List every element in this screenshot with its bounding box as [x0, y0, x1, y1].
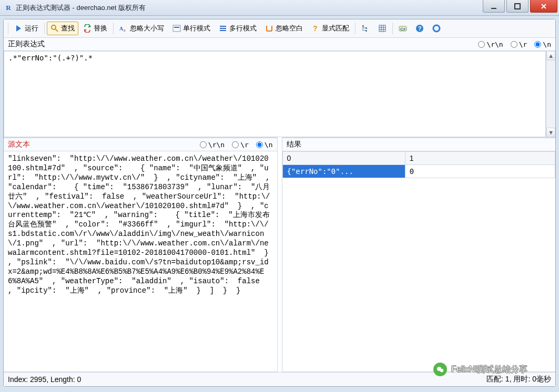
find-button[interactable]: 查找	[47, 22, 78, 35]
multi-line-icon	[219, 24, 227, 33]
maximize-button[interactable]	[506, 0, 528, 13]
regex-r-radio[interactable]: \r	[511, 40, 527, 48]
svg-point-2	[52, 25, 56, 29]
run-label: 运行	[25, 24, 38, 33]
search-icon	[50, 24, 59, 33]
toolbar-separator	[392, 23, 393, 34]
status-left: Index: 2995, Length: 0	[8, 375, 81, 384]
tree-icon	[361, 24, 370, 33]
whitespace-icon	[265, 24, 273, 33]
svg-text:?: ?	[418, 25, 422, 32]
single-line-button[interactable]: 单行模式	[169, 22, 214, 35]
ignore-case-button[interactable]: Aa 忽略大小写	[116, 22, 168, 35]
multi-line-label: 多行模式	[229, 24, 257, 33]
scroll-up-icon[interactable]: ▲	[546, 51, 555, 60]
case-icon: Aa	[119, 24, 128, 33]
scroll-down-icon[interactable]: ▼	[546, 128, 555, 137]
ignore-whitespace-button[interactable]: 忽略空白	[261, 22, 307, 35]
help-button[interactable]: ?	[412, 22, 428, 35]
svg-text:a: a	[124, 28, 126, 33]
svg-point-19	[433, 25, 440, 32]
play-icon	[14, 24, 23, 33]
about-button[interactable]	[429, 22, 444, 35]
window-controls	[483, 0, 559, 13]
explicit-match-button[interactable]: ? 显式匹配	[308, 22, 353, 35]
source-input[interactable]	[4, 151, 277, 372]
source-line-ending-group: \r\n \r \n	[200, 141, 273, 149]
replace-label: 替换	[94, 24, 107, 33]
middle-pane: 源文本 \r\n \r \n 结果 0 1	[4, 137, 555, 372]
svg-rect-12	[365, 27, 367, 29]
result-row[interactable]: {"errNo":"0"... 0	[282, 165, 555, 178]
status-bar: Index: 2995, Length: 0 匹配: 1, 用时: 0毫秒	[4, 372, 555, 386]
svg-rect-11	[362, 25, 364, 27]
replace-button[interactable]: 替换	[79, 22, 111, 35]
tree-view-button[interactable]	[358, 22, 373, 35]
csharp-button[interactable]: C#	[395, 22, 411, 35]
result-panel: 结果 0 1 {"errNo":"0"... 0	[282, 137, 556, 372]
toolbar-separator	[113, 23, 114, 34]
svg-rect-7	[220, 26, 226, 27]
titlebar: R 正则表达式测试器 - deerchao.net 版权所有	[0, 0, 559, 16]
result-col-0[interactable]: 0	[282, 152, 405, 165]
svg-rect-13	[365, 30, 367, 32]
ignore-case-label: 忽略大小写	[130, 24, 164, 33]
regex-header: 正则表达式 \r\n \r \n	[4, 38, 555, 51]
explicit-match-label: 显式匹配	[322, 24, 349, 33]
svg-rect-8	[220, 28, 226, 29]
regex-scrollbar[interactable]: ▲ ▼	[546, 51, 555, 137]
regex-n-radio[interactable]: \n	[534, 40, 551, 48]
source-rn-radio[interactable]: \r\n	[200, 141, 225, 149]
grid-icon	[378, 24, 387, 33]
ignore-whitespace-label: 忽略空白	[276, 24, 303, 33]
csharp-icon: C#	[399, 24, 407, 33]
toolbar: 运行 查找 替换 Aa 忽略大小写 单行模式 多行模式 忽略空白 ?	[4, 19, 555, 38]
single-line-label: 单行模式	[183, 24, 210, 33]
result-title: 结果	[287, 140, 301, 149]
svg-rect-14	[379, 25, 385, 32]
svg-text:?: ?	[313, 24, 318, 33]
result-header: 结果	[282, 138, 556, 151]
toolbar-separator	[355, 23, 355, 34]
run-button[interactable]: 运行	[11, 22, 42, 35]
result-cell-0: {"errNo":"0"...	[282, 165, 405, 178]
find-label: 查找	[61, 24, 75, 33]
toolbar-separator	[8, 23, 8, 34]
result-grid[interactable]: 0 1 {"errNo":"0"... 0	[282, 151, 556, 372]
regex-title: 正则表达式	[8, 39, 45, 49]
regex-rn-radio[interactable]: \r\n	[478, 40, 503, 48]
source-title: 源文本	[8, 140, 30, 149]
window-title: 正则表达式测试器 - deerchao.net 版权所有	[16, 3, 146, 13]
source-header: 源文本 \r\n \r \n	[4, 138, 277, 151]
minimize-button[interactable]	[483, 0, 505, 13]
window-body: 运行 查找 替换 Aa 忽略大小写 单行模式 多行模式 忽略空白 ?	[3, 19, 556, 387]
svg-rect-5	[173, 25, 180, 32]
svg-rect-1	[515, 4, 520, 9]
svg-rect-0	[491, 8, 496, 9]
toolbar-separator	[44, 23, 45, 34]
regex-line-ending-group: \r\n \r \n	[478, 40, 551, 48]
app-icon: R	[4, 4, 13, 12]
source-panel: 源文本 \r\n \r \n	[4, 137, 278, 372]
status-right: 匹配: 1, 用时: 0毫秒	[486, 375, 551, 384]
source-n-radio[interactable]: \n	[256, 141, 273, 149]
source-r-radio[interactable]: \r	[232, 141, 249, 149]
multi-line-button[interactable]: 多行模式	[215, 22, 260, 35]
single-line-icon	[172, 24, 181, 33]
svg-rect-6	[174, 27, 179, 28]
result-cell-1: 0	[405, 165, 555, 178]
result-col-1[interactable]: 1	[405, 152, 555, 165]
question-icon: ?	[311, 24, 320, 33]
svg-rect-9	[220, 30, 226, 31]
close-button[interactable]	[530, 0, 557, 13]
svg-text:C#: C#	[400, 27, 406, 32]
grid-view-button[interactable]	[374, 22, 390, 35]
replace-icon	[83, 24, 92, 33]
regex-input[interactable]	[4, 51, 546, 137]
help-icon: ?	[415, 24, 424, 33]
ring-icon	[432, 24, 441, 33]
svg-text:A: A	[119, 26, 124, 32]
